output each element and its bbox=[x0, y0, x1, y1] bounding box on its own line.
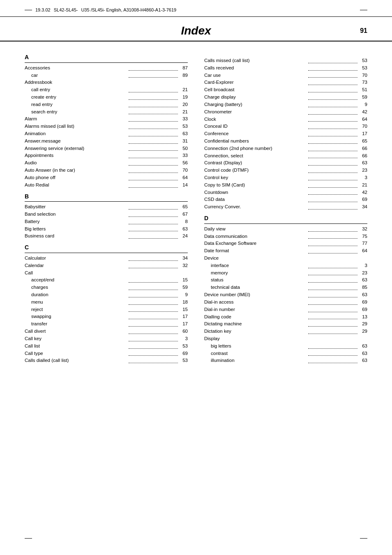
list-item: Accessories 87 bbox=[25, 64, 188, 72]
content-area: A Accessories 87 car 89 Addressbook call… bbox=[0, 41, 392, 373]
list-item: search entry 21 bbox=[25, 108, 188, 116]
list-item: Appointments 33 bbox=[25, 152, 188, 159]
list-item: Control code (DTMF) 23 bbox=[204, 167, 367, 174]
list-item: Auto Answer (in the car) 70 bbox=[25, 167, 188, 174]
list-item: Dialling code 13 bbox=[204, 313, 367, 321]
list-item: Animation 63 bbox=[25, 130, 188, 138]
list-item: call entry 21 bbox=[25, 86, 188, 94]
section-letter-c: C bbox=[25, 243, 188, 253]
footer bbox=[25, 538, 367, 539]
list-item: Cell broadcast 51 bbox=[204, 86, 367, 94]
list-item: Calls received 53 bbox=[204, 64, 367, 72]
list-item: memory 23 bbox=[204, 269, 367, 277]
list-item: Calls dialled (call list) 53 bbox=[25, 357, 188, 364]
list-item: Alarms missed (call list) 53 bbox=[25, 123, 188, 130]
list-item: Data communication 75 bbox=[204, 233, 367, 240]
list-item: Copy to SIM (Card) 21 bbox=[204, 182, 367, 189]
list-item: Device number (IMEI) 63 bbox=[204, 291, 367, 299]
list-item: Contrast (Display) 63 bbox=[204, 159, 367, 167]
list-item: Band selection 67 bbox=[25, 211, 188, 218]
header-left: 19.3.02 SL42-SL45- U35 /SL45i- English, … bbox=[25, 7, 176, 12]
list-item: Babysitter 65 bbox=[25, 203, 188, 211]
list-item: Dial-in access 69 bbox=[204, 299, 367, 306]
section-letter-a: A bbox=[25, 53, 188, 63]
list-item: Chronometer 42 bbox=[204, 108, 367, 116]
list-item: Dictation key 29 bbox=[204, 328, 367, 335]
list-item: swapping 17 bbox=[25, 313, 188, 320]
list-item: Dictating machine 29 bbox=[204, 320, 367, 328]
page-title: Index bbox=[41, 24, 351, 37]
list-item: Conference 17 bbox=[204, 130, 367, 138]
list-item: Data Exchange Software 77 bbox=[204, 240, 367, 247]
list-item: charges 59 bbox=[25, 284, 188, 291]
list-item: Connection (2nd phone number) 66 bbox=[204, 145, 367, 152]
list-item: Conceal ID 70 bbox=[204, 123, 367, 130]
header-date: 19.3.02 bbox=[35, 7, 51, 12]
footer-rule-right bbox=[360, 538, 367, 539]
list-item: contrast 63 bbox=[204, 350, 367, 357]
list-item: Call type 69 bbox=[25, 350, 188, 357]
list-item: Charging (battery) 9 bbox=[204, 101, 367, 108]
list-item: status 63 bbox=[204, 276, 367, 284]
list-item: transfer 17 bbox=[25, 320, 188, 328]
list-item: Auto phone off 64 bbox=[25, 174, 188, 182]
header-rule-right bbox=[360, 10, 367, 10]
left-column: A Accessories 87 car 89 Addressbook call… bbox=[25, 50, 188, 364]
list-item: Control key 3 bbox=[204, 174, 367, 182]
list-item: Dial-in number 69 bbox=[204, 306, 367, 313]
list-item: interface 3 bbox=[204, 262, 367, 269]
list-item: Alarm 33 bbox=[25, 115, 188, 123]
list-item: Card-Explorer 73 bbox=[204, 79, 367, 86]
list-item: create entry 19 bbox=[25, 94, 188, 101]
list-item: Calculator 34 bbox=[25, 255, 188, 262]
section-b: B Babysitter 65 Band selection 67 Batter… bbox=[25, 189, 188, 240]
section-c-continued: Calls missed (call list) 53 Calls receiv… bbox=[204, 57, 367, 211]
list-item: Battery 8 bbox=[25, 218, 188, 226]
header-description: U35 /SL45i- English, A31008-H4860-A1-3-7… bbox=[81, 7, 176, 12]
section-c: C Calculator 34 Calendar 32 Call accept/… bbox=[25, 240, 188, 364]
header-rule-left bbox=[25, 10, 32, 10]
section-letter-b: B bbox=[25, 192, 188, 202]
header-model: SL42-SL45- bbox=[54, 7, 78, 12]
right-column: Calls missed (call list) 53 Calls receiv… bbox=[204, 50, 367, 364]
list-item: Call key 3 bbox=[25, 335, 188, 343]
list-item: read entry 20 bbox=[25, 101, 188, 108]
header-right bbox=[360, 10, 367, 10]
list-item: Confidential numbers 65 bbox=[204, 138, 367, 145]
list-item: Addressbook bbox=[25, 79, 188, 86]
list-item: Device bbox=[204, 255, 367, 262]
page-number: 91 bbox=[351, 27, 367, 35]
list-item: Answer.message 31 bbox=[25, 138, 188, 145]
page: 19.3.02 SL42-SL45- U35 /SL45i- English, … bbox=[0, 0, 392, 555]
list-item: menu 18 bbox=[25, 299, 188, 306]
list-item: Connection, select 66 bbox=[204, 152, 367, 160]
list-item: Big letters 63 bbox=[25, 226, 188, 233]
section-a: A Accessories 87 car 89 Addressbook call… bbox=[25, 50, 188, 189]
list-item: CSD data 69 bbox=[204, 196, 367, 203]
list-item: Countdown 42 bbox=[204, 189, 367, 196]
list-item: car 89 bbox=[25, 72, 188, 79]
list-item: duration 9 bbox=[25, 291, 188, 299]
list-item: Currency Conver. 34 bbox=[204, 203, 367, 211]
list-item: big letters 63 bbox=[204, 343, 367, 350]
footer-rule-left bbox=[25, 538, 32, 539]
title-section: Index 91 bbox=[0, 17, 392, 41]
section-d: D Daily view 32 Data communication 75 Da… bbox=[204, 211, 367, 364]
list-item: Call bbox=[25, 269, 188, 277]
list-item: Daily view 32 bbox=[204, 226, 367, 233]
list-item: Call divert 60 bbox=[25, 328, 188, 335]
section-letter-d: D bbox=[204, 214, 367, 224]
list-item: Charge display 59 bbox=[204, 94, 367, 101]
list-item: technical data 85 bbox=[204, 284, 367, 291]
list-item: illumination 63 bbox=[204, 357, 367, 364]
list-item: Display bbox=[204, 335, 367, 343]
list-item: Calendar 32 bbox=[25, 262, 188, 269]
list-item: Answering service (external) 50 bbox=[25, 145, 188, 152]
list-item: reject 15 bbox=[25, 306, 188, 313]
list-item: accept/end 15 bbox=[25, 276, 188, 284]
list-item: Car use 70 bbox=[204, 72, 367, 79]
list-item: Auto Redial 14 bbox=[25, 182, 188, 189]
list-item: Date format 64 bbox=[204, 247, 367, 255]
list-item: Audio 56 bbox=[25, 159, 188, 167]
list-item: Calls missed (call list) 53 bbox=[204, 57, 367, 64]
